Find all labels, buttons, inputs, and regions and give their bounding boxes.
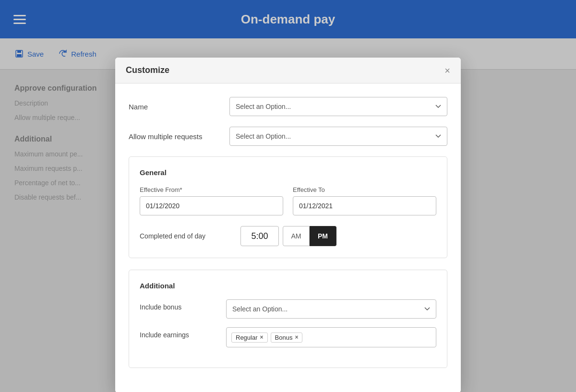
customize-modal: Customize × Name Select an Option... All… (115, 58, 461, 222)
modal-title: Customize (126, 65, 169, 75)
modal-header: Customize × (115, 58, 461, 83)
name-row: Name Select an Option... (129, 97, 447, 116)
effective-to-group: Effective To (293, 186, 436, 215)
allow-multiple-label: Allow multiple requests (129, 132, 229, 141)
allow-multiple-select[interactable]: Select an Option... (229, 127, 447, 146)
effective-to-label: Effective To (293, 186, 436, 193)
modal-overlay: Customize × Name Select an Option... All… (0, 0, 576, 222)
name-select[interactable]: Select an Option... (229, 97, 447, 116)
effective-from-label: Effective From* (140, 186, 283, 193)
effective-from-group: Effective From* (140, 186, 283, 215)
date-row: Effective From* Effective To (140, 186, 436, 215)
general-section-title: General (140, 168, 436, 177)
modal-body: Name Select an Option... Allow multiple … (115, 83, 461, 222)
allow-multiple-row: Allow multiple requests Select an Option… (129, 127, 447, 146)
modal-close-button[interactable]: × (444, 66, 450, 75)
effective-to-input[interactable] (293, 196, 436, 215)
effective-from-input[interactable] (140, 196, 283, 215)
general-section-card: General Effective From* Effective To Com… (129, 156, 447, 222)
name-label: Name (129, 103, 229, 111)
